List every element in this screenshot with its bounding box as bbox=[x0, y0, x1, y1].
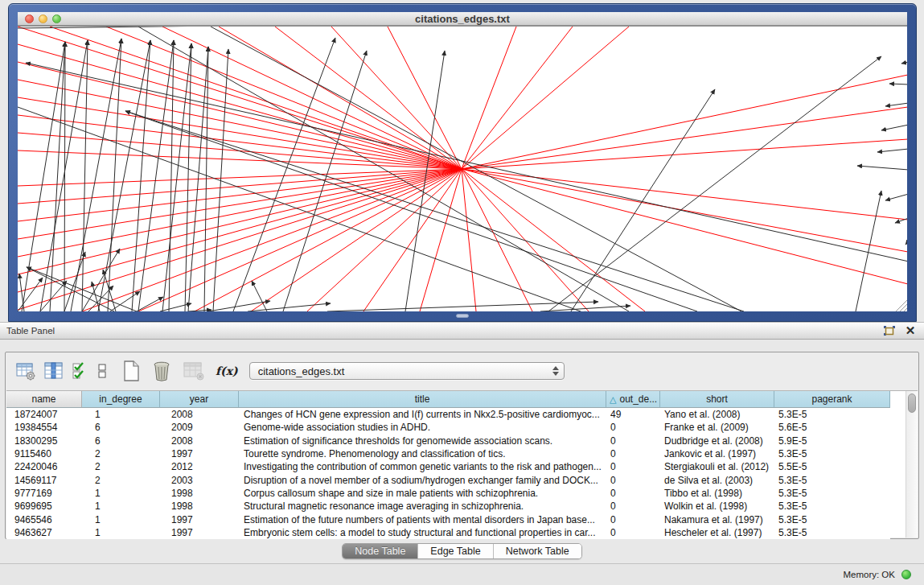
table-row[interactable]: 946554611997Estimation of the future num… bbox=[6, 513, 890, 525]
table-cell: 1 bbox=[82, 408, 160, 421]
table-toolbar: f(x) citations_edges.txt bbox=[6, 352, 918, 389]
zoom-window-button[interactable] bbox=[52, 14, 61, 23]
minimize-window-button[interactable] bbox=[39, 14, 47, 23]
citation-edge[interactable] bbox=[548, 56, 881, 311]
table-row[interactable]: 1938455462009Genome-wide association stu… bbox=[6, 421, 890, 434]
table-row[interactable]: 1830029562008Estimation of significance … bbox=[6, 435, 890, 447]
citation-edge[interactable] bbox=[162, 43, 191, 311]
tab-node-table[interactable]: Node Table bbox=[343, 544, 417, 558]
tab-edge-table[interactable]: Edge Table bbox=[417, 544, 492, 558]
citation-edge[interactable] bbox=[138, 40, 174, 311]
citation-edge[interactable] bbox=[18, 80, 462, 169]
citation-edge[interactable] bbox=[885, 194, 907, 200]
citation-edge[interactable] bbox=[462, 139, 907, 169]
tab-network-table[interactable]: Network Table bbox=[493, 544, 581, 558]
citation-edge[interactable] bbox=[27, 267, 114, 311]
citation-edge[interactable] bbox=[138, 27, 629, 311]
citation-edge[interactable] bbox=[462, 27, 573, 169]
citation-edge[interactable] bbox=[88, 286, 113, 311]
citation-edge[interactable] bbox=[18, 97, 462, 169]
citation-edge[interactable] bbox=[110, 291, 140, 311]
window-titlebar[interactable]: citations_edges.txt bbox=[18, 12, 907, 26]
table-selector-dropdown[interactable]: citations_edges.txt bbox=[249, 362, 565, 380]
citation-edge[interactable] bbox=[137, 297, 163, 311]
citation-edge[interactable] bbox=[252, 281, 267, 311]
close-window-button[interactable] bbox=[25, 14, 34, 23]
canvas-resize-grip[interactable] bbox=[896, 300, 907, 311]
table-cell: 2009 bbox=[160, 421, 239, 434]
citation-edge[interactable] bbox=[82, 40, 88, 311]
table-row[interactable]: 946362711997Embryonic stem cells: a mode… bbox=[6, 526, 890, 539]
table-row[interactable]: 1872400712008Changes of HCN gene express… bbox=[6, 408, 890, 421]
column-header-pagerank[interactable]: pagerank bbox=[774, 391, 890, 408]
citation-edge[interactable] bbox=[125, 111, 697, 311]
row-height-icon[interactable] bbox=[97, 359, 108, 383]
citation-edge[interactable] bbox=[901, 62, 907, 64]
citation-edge[interactable] bbox=[462, 75, 907, 169]
citation-edge[interactable] bbox=[108, 39, 121, 311]
select-column-icon[interactable] bbox=[43, 359, 64, 383]
citation-edge[interactable] bbox=[906, 241, 907, 245]
table-row[interactable]: 1456911722003Disruption of a novel membe… bbox=[6, 473, 890, 486]
table-settings-icon[interactable] bbox=[15, 359, 36, 383]
close-panel-icon[interactable]: ✕ bbox=[903, 324, 918, 337]
network-canvas[interactable] bbox=[18, 26, 907, 311]
citation-edge[interactable] bbox=[18, 27, 462, 169]
citation-edge[interactable] bbox=[881, 125, 907, 130]
new-table-icon[interactable] bbox=[121, 359, 141, 383]
column-header-short[interactable]: short bbox=[660, 391, 774, 408]
table-row[interactable]: 911546021997Tourette syndrome. Phenomeno… bbox=[6, 447, 890, 460]
column-header-name[interactable]: name bbox=[6, 391, 82, 408]
citation-edge[interactable] bbox=[885, 103, 907, 106]
citation-edge[interactable] bbox=[160, 303, 191, 311]
citation-edge[interactable] bbox=[540, 306, 630, 311]
column-header-in_degree[interactable]: in_degree bbox=[82, 391, 160, 408]
scrollbar-thumb[interactable] bbox=[908, 393, 916, 413]
column-header-title[interactable]: title bbox=[239, 391, 606, 408]
splitter-handle[interactable] bbox=[456, 314, 469, 318]
citation-edge[interactable] bbox=[18, 107, 581, 311]
delete-trash-icon[interactable] bbox=[151, 359, 172, 383]
table-row[interactable]: 2242004622012Investigating the contribut… bbox=[6, 460, 890, 473]
citation-edge[interactable] bbox=[331, 27, 462, 169]
table-row[interactable]: 969969511998Structural magnetic resonanc… bbox=[6, 500, 890, 513]
citation-edge[interactable] bbox=[462, 27, 516, 169]
citation-edge[interactable] bbox=[169, 40, 174, 311]
citation-edge[interactable] bbox=[856, 191, 881, 311]
citation-edge[interactable] bbox=[248, 303, 331, 311]
citation-edge[interactable] bbox=[40, 281, 67, 311]
column-header-out_de[interactable]: △out_de... bbox=[606, 391, 660, 408]
citation-edge[interactable] bbox=[877, 149, 907, 152]
citation-edge[interactable] bbox=[275, 27, 462, 169]
citation-edge[interactable] bbox=[462, 169, 907, 220]
table-vertical-scrollbar[interactable] bbox=[906, 391, 918, 538]
table-cell: Jankovic et al. (1997) bbox=[660, 447, 774, 460]
table-cell: Yano et al. (2008) bbox=[660, 408, 774, 421]
table-cell: 2003 bbox=[160, 473, 239, 486]
citation-edge[interactable] bbox=[18, 278, 43, 311]
citation-edge[interactable] bbox=[188, 310, 211, 311]
citation-edge[interactable] bbox=[462, 169, 907, 284]
citation-edge[interactable] bbox=[462, 27, 629, 169]
table-tabs-row: Node TableEdge TableNetwork Table bbox=[0, 539, 924, 563]
citation-edge[interactable] bbox=[50, 42, 65, 311]
citation-edge[interactable] bbox=[420, 169, 462, 311]
citation-edge[interactable] bbox=[462, 107, 907, 169]
citation-edge[interactable] bbox=[22, 42, 65, 311]
function-builder-icon[interactable]: f(x) bbox=[216, 365, 238, 377]
citation-edge[interactable] bbox=[64, 42, 65, 311]
citation-edge[interactable] bbox=[18, 169, 462, 186]
float-panel-icon[interactable] bbox=[882, 324, 897, 337]
citation-edge[interactable] bbox=[462, 169, 907, 252]
citation-edge[interactable] bbox=[40, 40, 88, 311]
citation-edge[interactable] bbox=[462, 169, 476, 311]
citation-edge[interactable] bbox=[82, 169, 462, 311]
citation-edge[interactable] bbox=[889, 84, 907, 84]
citation-edge[interactable] bbox=[18, 27, 427, 28]
column-header-year[interactable]: year bbox=[160, 391, 239, 408]
citation-edge[interactable] bbox=[125, 111, 744, 311]
select-rows-icon[interactable] bbox=[72, 359, 89, 383]
citation-edge[interactable] bbox=[213, 49, 228, 311]
table-row[interactable]: 977716911998Corpus callosum shape and si… bbox=[6, 487, 890, 500]
citation-edge[interactable] bbox=[857, 166, 907, 170]
